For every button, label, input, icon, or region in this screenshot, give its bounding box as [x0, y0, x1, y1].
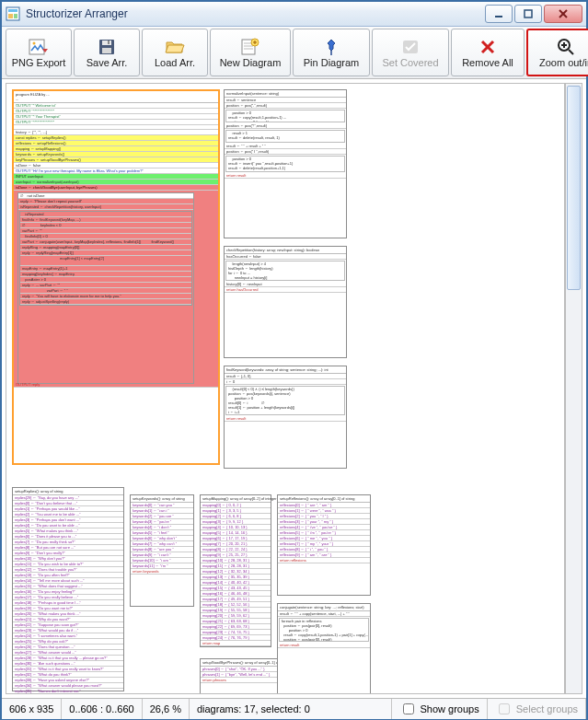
diagram-small-1[interactable]: normalizeInput(sentence: string) result …	[224, 89, 347, 238]
covered-icon	[401, 37, 420, 57]
title-bar: Structorizer Arranger	[2, 2, 586, 27]
diagram-list-4[interactable]: setupReflexions(): array of array[0..1] …	[277, 494, 371, 596]
png-export-button[interactable]: PNG Export	[6, 29, 72, 76]
diagram-small-3[interactable]: findKeyword(keywords: array of string; s…	[224, 366, 347, 469]
diagram-list-3[interactable]: setupMapping(): array of array[0..2] of …	[200, 494, 271, 647]
remove-all-button[interactable]: Remove All	[451, 29, 525, 76]
checkbox-label: Select groups	[516, 703, 578, 714]
button-label: Remove All	[462, 57, 513, 68]
status-bar: 606 x 935 0..606 : 0..660 26,6 % diagram…	[2, 698, 586, 719]
maximize-button[interactable]	[514, 5, 542, 23]
diagram-small-2[interactable]: checkRepetition(history: array; newInput…	[224, 246, 347, 358]
diagram-small-6[interactable]: conjugate(sentence: string; key: ...; re…	[277, 603, 371, 694]
toolbar: PNG Export Save Arr. Load Arr. New Diagr…	[2, 27, 586, 79]
button-label: Zoom out/in	[539, 57, 588, 68]
svg-rect-5	[525, 10, 532, 17]
button-label: Save Arr.	[86, 57, 128, 68]
svg-rect-3	[14, 14, 17, 18]
button-label: PNG Export	[12, 57, 66, 68]
delete-icon	[479, 37, 496, 57]
close-button[interactable]	[544, 5, 582, 23]
new-diagram-button[interactable]: New Diagram	[210, 29, 291, 76]
show-groups-checkbox[interactable]: Show groups	[392, 699, 488, 719]
save-arr-button[interactable]: Save Arr.	[74, 29, 140, 76]
scrollbar-thumb[interactable]	[567, 86, 581, 290]
svg-rect-1	[8, 9, 17, 12]
button-label: Set Covered	[382, 57, 438, 68]
svg-rect-2	[8, 14, 13, 18]
zoom-button[interactable]: Zoom out/in	[526, 29, 588, 76]
select-groups-checkbox: Select groups	[488, 699, 586, 719]
svg-line-26	[569, 50, 573, 54]
arranger-canvas[interactable]: program ELIZA by ... ... OUTPUT "* Welco…	[6, 83, 565, 694]
pin-icon	[323, 37, 340, 57]
load-arr-button[interactable]: Load Arr.	[142, 29, 208, 76]
checkbox-label: Show groups	[421, 703, 479, 714]
select-groups-input	[499, 703, 510, 714]
svg-rect-11	[102, 41, 111, 45]
canvas-area: program ELIZA by ... ... OUTPUT "* Welco…	[2, 79, 586, 698]
show-groups-input[interactable]	[403, 703, 414, 714]
status-zoom: 26,6 %	[143, 699, 190, 719]
status-range: 0..606 : 0..660	[62, 699, 142, 719]
status-diagrams: diagrams: 17, selected: 0	[190, 699, 392, 719]
svg-point-9	[33, 42, 36, 45]
app-icon	[6, 6, 20, 21]
window-controls	[485, 5, 582, 23]
button-label: New Diagram	[220, 57, 282, 68]
zoom-icon	[557, 37, 575, 57]
diagram-list-1[interactable]: setupReplies(): array of string replies[…	[12, 487, 124, 691]
set-covered-button[interactable]: Set Covered	[372, 29, 449, 76]
minimize-button[interactable]	[485, 5, 513, 23]
button-label: Pin Diagram	[304, 57, 360, 68]
vertical-scrollbar[interactable]	[565, 83, 582, 694]
status-size: 606 x 935	[2, 699, 62, 719]
diagram-list-2[interactable]: setupKeywords(): array of string keyword…	[130, 494, 194, 607]
pin-diagram-button[interactable]: Pin Diagram	[293, 29, 370, 76]
window-frame: Structorizer Arranger PNG Export Save Ar…	[0, 0, 588, 720]
image-export-icon	[29, 37, 49, 57]
svg-rect-12	[102, 48, 111, 53]
save-icon	[98, 37, 116, 57]
svg-rect-13	[108, 41, 110, 44]
folder-open-icon	[165, 37, 185, 57]
diagram-main[interactable]: program ELIZA by ... ... OUTPUT "* Welco…	[12, 89, 220, 465]
new-diagram-icon	[240, 37, 260, 57]
window-title: Structorizer Arranger	[26, 7, 485, 20]
button-label: Load Arr.	[155, 57, 195, 68]
